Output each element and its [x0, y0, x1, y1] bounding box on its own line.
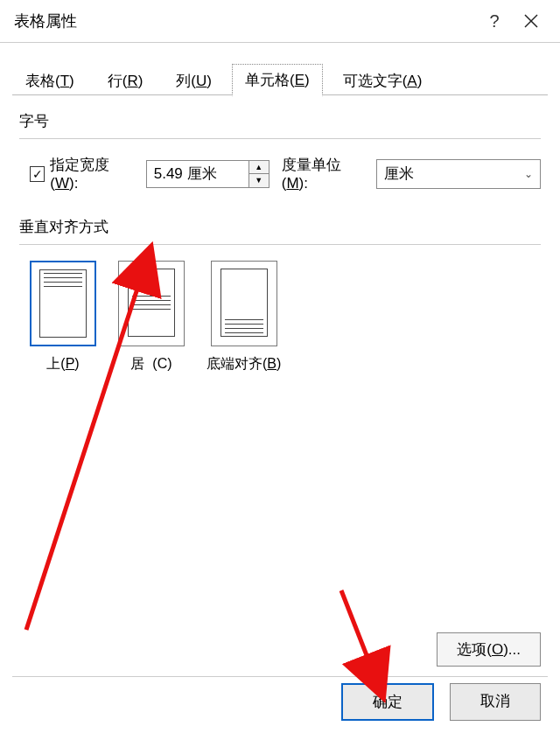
- valign-options: 上(P) 居 (C) 底端对齐(B): [30, 261, 541, 373]
- measure-unit-label: 度量单位(M):: [282, 155, 364, 192]
- checkbox-icon: ✓: [30, 166, 45, 182]
- tab-bar: 表格(T) 行(R) 列(U) 单元格(E) 可选文字(A): [0, 43, 560, 95]
- cell-tab-content: 字号 ✓ 指定宽度(W): ▲ ▼ 度量单位(M): 厘米: [12, 95, 548, 382]
- valign-top-label: 上(P): [46, 355, 79, 373]
- spin-down-icon[interactable]: ▼: [249, 174, 269, 187]
- valign-bottom-option[interactable]: 底端对齐(B): [206, 261, 281, 373]
- spin-buttons[interactable]: ▲ ▼: [248, 160, 270, 188]
- unit-value: 厘米: [384, 164, 414, 184]
- tab-alt-text[interactable]: 可选文字(A): [330, 65, 436, 96]
- valign-top-option[interactable]: 上(P): [30, 261, 96, 373]
- valign-group-label: 垂直对齐方式: [19, 217, 541, 237]
- titlebar: 表格属性 ?: [0, 0, 560, 42]
- table-properties-dialog: 表格属性 ? 表格(T) 行(R) 列(U) 单元格(E) 可选文字(A) 字号…: [0, 0, 560, 740]
- specify-width-label: 指定宽度(W):: [50, 155, 133, 192]
- ok-button[interactable]: 确定: [341, 683, 434, 721]
- specify-width-checkbox[interactable]: ✓ 指定宽度(W):: [30, 155, 134, 192]
- cancel-button[interactable]: 取消: [450, 683, 541, 721]
- tab-cell[interactable]: 单元格(E): [232, 64, 323, 96]
- chevron-down-icon: ⌄: [524, 168, 533, 180]
- valign-center-icon: [118, 261, 185, 346]
- width-spinbox[interactable]: ▲ ▼: [146, 160, 270, 188]
- tab-row[interactable]: 行(R): [94, 65, 157, 96]
- valign-bottom-label: 底端对齐(B): [206, 355, 281, 373]
- tab-table[interactable]: 表格(T): [12, 65, 88, 96]
- spin-up-icon[interactable]: ▲: [249, 161, 269, 175]
- size-group-label: 字号: [19, 111, 541, 131]
- dialog-title: 表格属性: [10, 10, 476, 31]
- width-input[interactable]: [146, 160, 248, 188]
- options-button[interactable]: 选项(O)...: [437, 632, 541, 667]
- valign-center-option[interactable]: 居 (C): [118, 261, 185, 373]
- valign-center-label: 居 (C): [130, 355, 172, 373]
- valign-top-icon: [30, 261, 96, 346]
- valign-bottom-icon: [211, 261, 277, 346]
- width-row: ✓ 指定宽度(W): ▲ ▼ 度量单位(M): 厘米 ⌄: [30, 155, 541, 192]
- unit-select[interactable]: 厘米 ⌄: [376, 159, 541, 189]
- close-icon: [524, 14, 538, 28]
- help-button[interactable]: ?: [476, 11, 513, 31]
- tab-column[interactable]: 列(U): [163, 65, 225, 96]
- close-button[interactable]: [513, 14, 550, 28]
